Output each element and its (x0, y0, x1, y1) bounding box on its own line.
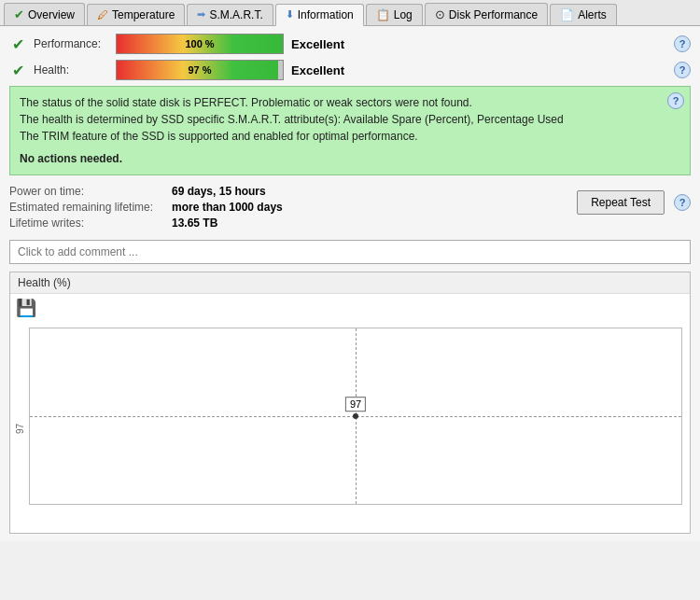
tab-smart-label: S.M.A.R.T. (209, 8, 262, 21)
x-axis-label: 8/30/2019 (351, 504, 361, 506)
power-on-time-row: Power on time: 69 days, 15 hours (9, 185, 567, 198)
chart-data-point (353, 413, 358, 419)
performance-check-icon: ✔ (9, 35, 26, 53)
status-help-icon[interactable]: ? (667, 92, 684, 109)
health-bar-overlay (278, 61, 283, 79)
estimated-lifetime-row: Estimated remaining lifetime: more than … (9, 201, 567, 214)
performance-row: ✔ Performance: 100 % Excellent ? (9, 34, 691, 54)
chart-tooltip-value: 97 (350, 398, 361, 410)
disk-performance-icon: ⊙ (435, 7, 445, 21)
tab-log[interactable]: 📋 Log (366, 4, 423, 25)
health-value: 97 % (188, 64, 211, 76)
health-check-icon: ✔ (9, 62, 26, 79)
performance-progress-bar: 100 % (116, 34, 284, 54)
chart-section: Health (%) 💾 97 97 97 (9, 272, 691, 534)
tab-temperature[interactable]: 🖊 Temperature (87, 4, 185, 25)
health-progress-bar: 97 % (116, 60, 284, 80)
health-help-icon[interactable]: ? (674, 62, 691, 78)
temperature-icon: 🖊 (97, 8, 108, 21)
comment-input[interactable] (9, 240, 691, 264)
smart-icon: ➡ (197, 8, 205, 21)
tab-disk-performance-label: Disk Performance (449, 8, 538, 21)
tab-smart[interactable]: ➡ S.M.A.R.T. (187, 4, 273, 25)
estimated-lifetime-label: Estimated remaining lifetime: (9, 201, 168, 214)
health-status: Excellent (291, 63, 366, 77)
health-label: Health: (34, 63, 108, 77)
lifetime-writes-row: Lifetime writes: 13.65 TB (9, 216, 567, 230)
chart-body: 97 97 97 8/30/2019 (10, 320, 690, 533)
y-axis-value-label: 97 (15, 423, 25, 433)
chart-tooltip: 97 (345, 397, 366, 412)
tab-disk-performance[interactable]: ⊙ Disk Performance (425, 3, 548, 25)
y-axis-label: 97 (10, 324, 29, 533)
power-on-time-value: 69 days, 15 hours (172, 185, 266, 198)
lifetime-writes-value: 13.65 TB (172, 216, 217, 230)
power-on-time-label: Power on time: (9, 185, 168, 198)
chart-title: Health (%) (18, 276, 71, 289)
health-row: ✔ Health: 97 % Excellent ? (9, 60, 691, 80)
save-button[interactable]: 💾 (16, 298, 36, 318)
stats-left: Power on time: 69 days, 15 hours Estimat… (9, 185, 567, 232)
lifetime-writes-label: Lifetime writes: (9, 216, 168, 230)
tab-information[interactable]: ⬇ Information (275, 4, 364, 26)
stats-section: Power on time: 69 days, 15 hours Estimat… (9, 185, 691, 232)
information-icon: ⬇ (286, 8, 294, 21)
tab-overview[interactable]: ✔ Overview (4, 3, 85, 25)
stats-right: Repeat Test ? (577, 190, 691, 215)
status-line3: The TRIM feature of the SSD is supported… (20, 128, 680, 145)
log-icon: 📋 (376, 8, 390, 21)
status-line4: No actions needed. (20, 150, 680, 167)
status-line2: The health is determined by SSD specific… (20, 111, 680, 128)
status-line1: The status of the solid state disk is PE… (20, 94, 680, 111)
tab-log-label: Log (394, 8, 413, 21)
performance-label: Performance: (34, 37, 108, 50)
repeat-test-button[interactable]: Repeat Test (577, 190, 665, 215)
overview-icon: ✔ (14, 7, 24, 21)
status-message-box: ? The status of the solid state disk is … (9, 86, 691, 175)
chart-canvas: 97 97 8/30/2019 (29, 328, 682, 505)
repeat-test-help-icon[interactable]: ? (674, 194, 691, 211)
main-content: ✔ Performance: 100 % Excellent ? ✔ Healt… (0, 26, 700, 541)
tab-alerts[interactable]: 📄 Alerts (550, 4, 617, 25)
chart-header: Health (%) (10, 272, 690, 294)
tab-temperature-label: Temperature (112, 8, 175, 21)
performance-help-icon[interactable]: ? (674, 35, 691, 52)
navigation-tabs: ✔ Overview 🖊 Temperature ➡ S.M.A.R.T. ⬇ … (0, 0, 700, 26)
save-icon-glyph: 💾 (16, 298, 36, 318)
tab-overview-label: Overview (28, 8, 75, 21)
tab-information-label: Information (298, 8, 354, 21)
performance-value: 100 % (185, 38, 214, 49)
tab-alerts-label: Alerts (578, 8, 607, 21)
alerts-icon: 📄 (560, 8, 574, 21)
performance-status: Excellent (291, 37, 366, 51)
estimated-lifetime-value: more than 1000 days (172, 201, 283, 214)
